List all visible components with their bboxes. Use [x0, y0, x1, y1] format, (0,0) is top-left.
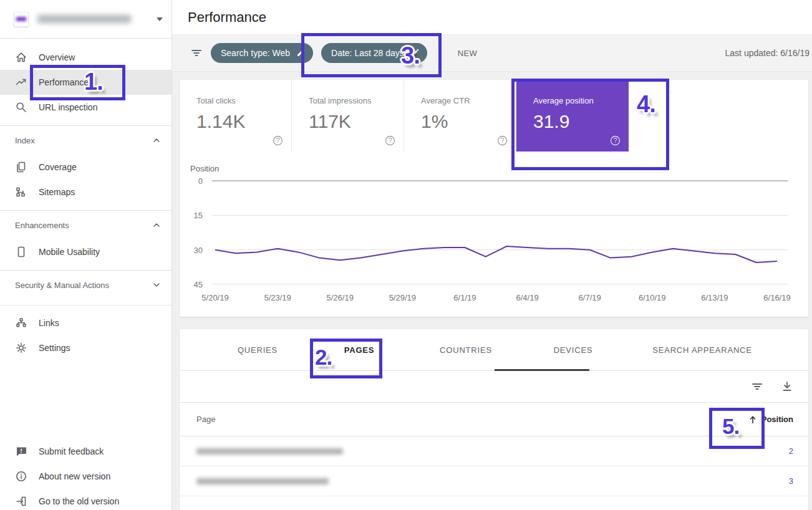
sidebar-item-label: Go to the old version [39, 496, 119, 506]
dimensions-table-card: QUERIES PAGES COUNTRIES DEVICES SEARCH A… [180, 329, 808, 510]
trending-up-icon [15, 76, 27, 89]
svg-text:?: ? [613, 137, 617, 144]
sitemaps-icon [15, 186, 27, 198]
sidebar-item-settings[interactable]: Settings [0, 335, 172, 360]
metric-average-position[interactable]: Average position 31.9 ? [516, 80, 629, 152]
metric-spacer [629, 80, 808, 152]
sidebar-item-label: Submit feedback [39, 446, 104, 456]
sidebar-item-go-to-old-version[interactable]: Go to the old version [0, 489, 172, 510]
sidebar-item-label: Links [39, 318, 59, 328]
chip-label: Date: Last 28 days [331, 48, 404, 58]
new-filter-badge[interactable]: NEW [458, 49, 477, 58]
help-icon[interactable]: ? [385, 135, 395, 146]
metric-value: 31.9 [533, 111, 629, 132]
sidebar: Overview Performance URL inspection Inde… [0, 0, 172, 510]
metric-label: Total impressions [309, 96, 404, 105]
filter-bar: Search type: Web Date: Last 28 days NEW … [172, 35, 812, 72]
search-icon [15, 101, 27, 113]
info-icon [15, 470, 27, 483]
search-type-chip[interactable]: Search type: Web [211, 43, 313, 63]
chevron-down-icon [153, 281, 160, 289]
sidebar-item-label: Overview [39, 52, 75, 62]
tab-search-appearance[interactable]: SEARCH APPEARANCE [652, 329, 752, 371]
help-icon[interactable]: ? [273, 135, 283, 146]
sidebar-item-coverage[interactable]: Coverage [0, 155, 172, 180]
sidebar-section-enhancements[interactable]: Enhancements [0, 211, 172, 239]
sidebar-item-sitemaps[interactable]: Sitemaps [0, 180, 172, 204]
x-tick-label: 6/13/19 [701, 293, 728, 302]
table-toolbar [180, 371, 808, 402]
redacted-site-url [37, 15, 131, 23]
sidebar-item-mobile-usability[interactable]: Mobile Usability [0, 239, 172, 264]
x-tick-label: 5/23/19 [264, 293, 291, 302]
date-range-chip[interactable]: Date: Last 28 days [321, 43, 427, 63]
home-icon [15, 51, 27, 64]
table-header-row: Page Position [180, 402, 808, 436]
svg-text:?: ? [388, 137, 392, 144]
help-icon[interactable]: ? [610, 135, 621, 146]
section-title: Index [15, 136, 35, 145]
help-icon[interactable]: ? [497, 135, 508, 146]
links-icon [15, 317, 27, 329]
filter-list-icon[interactable] [190, 47, 203, 59]
performance-summary-card: Total clicks 1.14K ? Total impressions 1… [180, 80, 808, 317]
property-selector[interactable] [0, 0, 172, 39]
x-tick-label: 5/26/19 [327, 293, 354, 302]
x-tick-label: 6/7/19 [579, 293, 601, 302]
line-chart[interactable] [180, 152, 808, 317]
tab-queries[interactable]: QUERIES [238, 329, 278, 371]
section-title: Security & Manual Actions [15, 281, 109, 290]
chevron-up-icon [153, 137, 160, 144]
svg-text:?: ? [500, 137, 504, 144]
metric-label: Total clicks [196, 96, 291, 105]
sidebar-item-about-new-version[interactable]: About new version [0, 464, 172, 489]
metric-average-ctr[interactable]: Average CTR 1% ? [404, 80, 516, 152]
metric-label: Average CTR [421, 96, 516, 105]
sidebar-item-performance[interactable]: Performance [0, 70, 172, 95]
x-tick-label: 6/1/19 [453, 293, 476, 302]
metric-total-clicks[interactable]: Total clicks 1.14K ? [180, 80, 292, 152]
tab-countries[interactable]: COUNTRIES [440, 329, 492, 371]
page-title: Performance [188, 9, 266, 26]
redacted-logo-text [16, 17, 26, 21]
sidebar-nav: Overview Performance URL inspection Inde… [0, 39, 172, 360]
edit-pencil-icon [296, 49, 305, 57]
column-header-page[interactable]: Page [196, 415, 215, 424]
table-row[interactable]: 3 [180, 466, 808, 496]
redacted-page-url [196, 478, 329, 484]
metric-value: 1% [421, 111, 516, 132]
sidebar-item-overview[interactable]: Overview [0, 45, 172, 70]
filter-table-icon[interactable] [751, 380, 763, 393]
dimension-tabs: QUERIES PAGES COUNTRIES DEVICES SEARCH A… [180, 329, 808, 371]
last-updated-text: Last updated: 6/16/19 [725, 48, 810, 58]
sidebar-section-index[interactable]: Index [0, 126, 172, 155]
tab-pages[interactable]: PAGES [344, 329, 375, 371]
y-tick-label: 45 [180, 280, 203, 289]
tab-devices[interactable]: DEVICES [554, 329, 593, 371]
sidebar-item-links[interactable]: Links [0, 310, 172, 335]
x-tick-label: 6/16/19 [763, 293, 790, 302]
sidebar-item-submit-feedback[interactable]: Submit feedback [0, 439, 172, 464]
sidebar-item-url-inspection[interactable]: URL inspection [0, 95, 172, 120]
sidebar-item-label: Sitemaps [39, 187, 75, 197]
position-chart: Position 0153045 5/20/195/23/195/26/195/… [180, 152, 808, 317]
chip-label: Search type: Web [221, 48, 290, 58]
sort-ascending-icon[interactable] [748, 415, 758, 425]
sidebar-item-label: Settings [39, 343, 70, 353]
section-title: Enhancements [15, 221, 69, 230]
search-console-app: Overview Performance URL inspection Inde… [0, 0, 812, 510]
mobile-phone-icon [15, 246, 27, 258]
site-logo [14, 12, 29, 27]
svg-text:?: ? [276, 137, 279, 144]
feedback-icon [15, 445, 27, 458]
metric-total-impressions[interactable]: Total impressions 117K ? [292, 80, 404, 152]
metric-value: 117K [309, 111, 404, 132]
main-area: Performance Search type: Web Date: Last … [172, 0, 812, 510]
redacted-page-url [196, 448, 343, 455]
coverage-pages-icon [15, 161, 27, 173]
table-row[interactable]: 2 [180, 436, 808, 466]
sidebar-item-label: Coverage [39, 162, 77, 172]
sidebar-section-security[interactable]: Security & Manual Actions [0, 271, 172, 299]
download-icon[interactable] [781, 380, 793, 393]
column-header-position[interactable]: Position [761, 415, 793, 424]
